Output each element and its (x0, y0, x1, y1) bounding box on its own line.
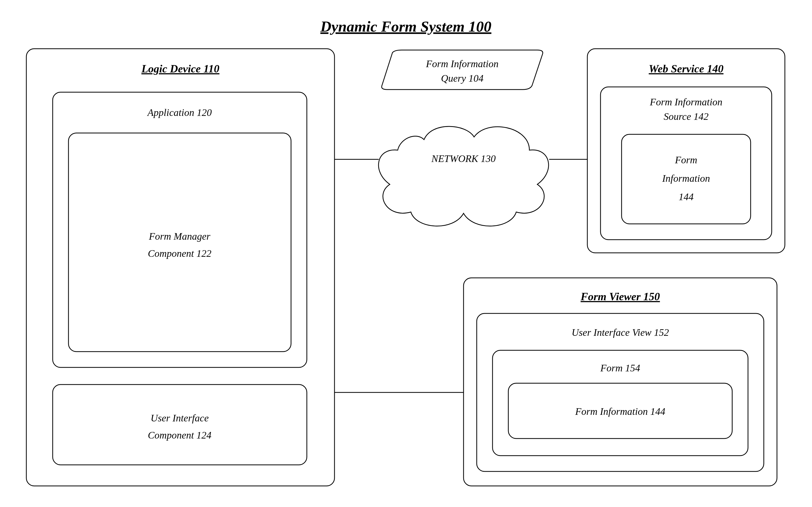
ui-component-line2: Component 124 (148, 430, 212, 441)
form-info-144-b-label: Form Information 144 (575, 406, 665, 417)
form-viewer-box (464, 278, 777, 486)
form-info-144-a-line2: Information (662, 173, 710, 184)
diagram-canvas: Dynamic Form System 100 Logic Device 110… (0, 0, 812, 507)
network-label: NETWORK 130 (431, 153, 496, 164)
web-service-title: Web Service 140 (649, 63, 723, 75)
form-manager-line1: Form Manager (149, 231, 210, 242)
form-154-label: Form 154 (600, 362, 640, 374)
logic-device-title: Logic Device 110 (141, 63, 219, 75)
form-manager-box (68, 133, 291, 352)
form-info-144-a-line1: Form (675, 154, 697, 165)
form-viewer-title: Form Viewer 150 (580, 290, 660, 302)
ui-component-box (53, 385, 307, 465)
form-manager-line2: Component 122 (148, 248, 212, 259)
application-title: Application 120 (147, 107, 212, 118)
query-line1: Form Information (426, 58, 499, 69)
form-info-144-a-line3: 144 (679, 191, 694, 202)
web-service-box (587, 49, 785, 253)
form-info-source-line2: Source 142 (664, 111, 709, 122)
application-box (53, 92, 307, 368)
network-cloud (379, 126, 548, 226)
form-info-source-line1: Form Information (649, 96, 722, 107)
ui-component-line1: User Interface (151, 412, 209, 424)
diagram-title: Dynamic Form System 100 (320, 18, 491, 35)
query-line2: Query 104 (441, 73, 483, 84)
ui-view-label: User Interface View 152 (572, 327, 669, 338)
